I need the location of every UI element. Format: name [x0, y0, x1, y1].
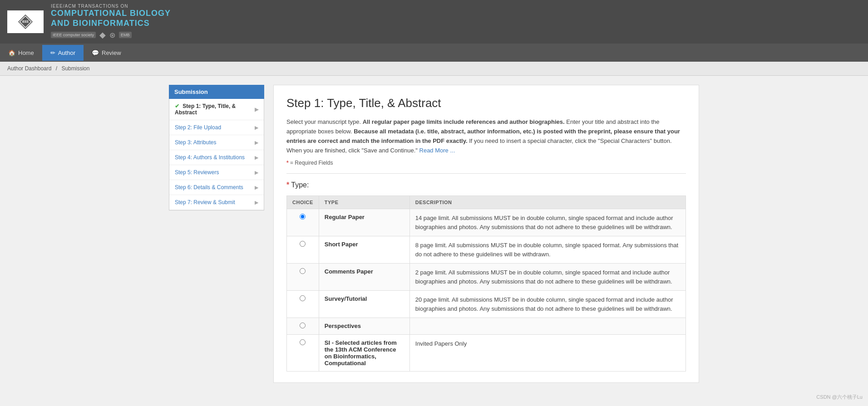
sidebar: Submission ✔ Step 1: Type, Title, & Abst… [169, 85, 264, 383]
section-divider [286, 173, 686, 174]
radio-type-5[interactable] [300, 339, 306, 345]
journal-sponsors: IEEE computer society ◆ ⊛ EMB [51, 30, 171, 40]
sidebar-step1-label: Step 1: Type, Title, & Abstract [175, 103, 236, 116]
sidebar-step7-label: Step 7: Review & Submit [175, 199, 235, 205]
type-desc-4 [409, 318, 686, 335]
breadcrumb-author-dashboard[interactable]: Author Dashboard [7, 65, 51, 72]
review-icon: 💬 [92, 49, 99, 56]
sidebar-steps: ✔ Step 1: Type, Title, & Abstract ▶ Step… [169, 99, 264, 210]
chevron-icon-step5: ▶ [255, 170, 258, 176]
main-content: Submission ✔ Step 1: Type, Title, & Abst… [162, 76, 706, 392]
type-required-star: * [286, 181, 289, 189]
type-name-3: Survey/Tutorial [319, 291, 409, 318]
chevron-icon-step4: ▶ [255, 155, 258, 161]
sidebar-step2-label: Step 2: File Upload [175, 124, 221, 131]
header: IEEE IEEE/ACM TRANSACTIONS ON COMPUTATIO… [0, 0, 868, 44]
sidebar-item-step1[interactable]: ✔ Step 1: Type, Title, & Abstract ▶ [169, 99, 264, 120]
type-desc-2: 2 page limit. All submissions MUST be in… [409, 264, 686, 291]
radio-type-1[interactable] [300, 241, 306, 247]
sidebar-item-step6[interactable]: Step 6: Details & Comments ▶ [169, 180, 264, 195]
type-name-5: SI - Selected articles from the 13th ACM… [319, 335, 409, 372]
intro-p1-bold: All regular paper page limits include re… [363, 118, 565, 125]
table-row: Comments Paper2 page limit. All submissi… [287, 264, 686, 291]
chevron-icon-step3: ▶ [255, 140, 258, 146]
nav-author[interactable]: ✏ Author [42, 45, 84, 61]
sidebar-item-step2[interactable]: Step 2: File Upload ▶ [169, 120, 264, 135]
type-label: Type: [291, 181, 309, 189]
sidebar-item-step5[interactable]: Step 5: Reviewers ▶ [169, 165, 264, 180]
home-icon: 🏠 [8, 49, 15, 56]
nav-home-label: Home [18, 49, 34, 56]
breadcrumb-submission: Submission [61, 65, 89, 72]
col-type: TYPE [319, 196, 409, 209]
col-choice: CHOICE [287, 196, 319, 209]
table-row: Survey/Tutorial20 page limit. All submis… [287, 291, 686, 318]
nav-review[interactable]: 💬 Review [84, 45, 129, 61]
sidebar-step5-label: Step 5: Reviewers [175, 169, 219, 176]
journal-name: COMPUTATIONAL BIOLOGYAND BIOINFORMATICS [51, 9, 171, 28]
table-row: Short Paper8 page limit. All submissions… [287, 236, 686, 264]
sidebar-item-step4[interactable]: Step 4: Authors & Institutions ▶ [169, 150, 264, 165]
type-section-label: * Type: [286, 181, 686, 189]
type-name-1: Short Paper [319, 236, 409, 264]
sidebar-item-step3[interactable]: Step 3: Attributes ▶ [169, 135, 264, 150]
sidebar-step4-label: Step 4: Authors & Institutions [175, 154, 245, 161]
ieee-logo: IEEE [7, 10, 44, 33]
type-desc-0: 14 page limit. All submissions MUST be i… [409, 209, 686, 236]
sponsor-ieee-cs: IEEE computer society [51, 32, 96, 38]
table-row: SI - Selected articles from the 13th ACM… [287, 335, 686, 372]
chevron-icon-step7: ▶ [255, 200, 258, 205]
nav-home[interactable]: 🏠 Home [0, 45, 42, 61]
journal-title: IEEE/ACM TRANSACTIONS ON COMPUTATIONAL B… [51, 4, 171, 40]
breadcrumb: Author Dashboard / Submission [0, 62, 868, 76]
type-name-4: Perspectives [319, 318, 409, 335]
col-description: DESCRIPTION [409, 196, 686, 209]
navigation: 🏠 Home ✏ Author 💬 Review [0, 44, 868, 62]
type-desc-1: 8 page limit. All submissions MUST be in… [409, 236, 686, 264]
intro-p1-normal: Select your manuscript type. [286, 118, 363, 125]
type-desc-3: 20 page limit. All submissions MUST be i… [409, 291, 686, 318]
chevron-icon-step6: ▶ [255, 185, 258, 191]
sidebar-step3-label: Step 3: Attributes [175, 139, 216, 146]
intro-paragraph: Select your manuscript type. All regular… [286, 117, 686, 155]
sidebar-title: Submission [169, 85, 264, 99]
chevron-icon-step1: ▶ [255, 107, 258, 113]
required-star: * [286, 160, 289, 166]
required-note-text: = Required Fields [290, 160, 333, 166]
nav-author-label: Author [58, 49, 75, 56]
radio-type-3[interactable] [300, 295, 306, 301]
type-table: CHOICE TYPE DESCRIPTION Regular Paper14 … [286, 196, 686, 372]
sponsor-emb: EMB [119, 32, 132, 38]
svg-text:IEEE: IEEE [22, 20, 29, 23]
sidebar-step6-label: Step 6: Details & Comments [175, 184, 243, 191]
sidebar-item-step7[interactable]: Step 7: Review & Submit ▶ [169, 195, 264, 210]
form-area: Step 1: Type, Title, & Abstract Select y… [273, 85, 699, 383]
radio-type-0[interactable] [300, 214, 306, 220]
page-title: Step 1: Type, Title, & Abstract [286, 96, 686, 110]
table-row: Regular Paper14 page limit. All submissi… [287, 209, 686, 236]
required-note: * = Required Fields [286, 160, 686, 166]
journal-pre: IEEE/ACM TRANSACTIONS ON [51, 4, 171, 9]
radio-type-2[interactable] [300, 268, 306, 274]
check-icon-step1: ✔ [175, 103, 179, 109]
chevron-icon-step2: ▶ [255, 125, 258, 131]
table-row: Perspectives [287, 318, 686, 335]
read-more-link[interactable]: Read More ... [419, 147, 455, 154]
nav-review-label: Review [102, 49, 121, 56]
breadcrumb-separator: / [56, 65, 57, 72]
type-name-0: Regular Paper [319, 209, 409, 236]
type-name-2: Comments Paper [319, 264, 409, 291]
type-desc-5: Invited Papers Only [409, 335, 686, 372]
radio-type-4[interactable] [300, 323, 306, 328]
author-icon: ✏ [50, 49, 55, 56]
